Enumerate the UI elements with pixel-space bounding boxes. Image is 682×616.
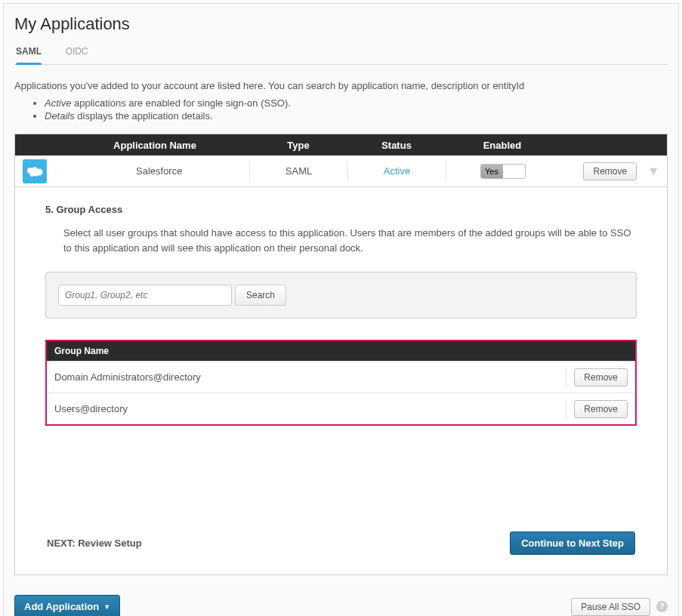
caret-down-icon: ▼	[103, 603, 110, 611]
toggle-yes: Yes	[481, 165, 503, 178]
applications-header: Application Name Type Status Enabled	[15, 134, 667, 156]
bullet-details-rest: displays the application details.	[75, 110, 213, 122]
tab-oidc[interactable]: OIDC	[64, 42, 90, 64]
intro-bullets: Active applications are enabled for sing…	[14, 97, 668, 122]
group-name: Domain Administrators@directory	[54, 371, 201, 383]
bullet-details-em: Details	[45, 110, 75, 122]
col-header-status: Status	[347, 140, 446, 151]
remove-group-button[interactable]: Remove	[574, 368, 628, 387]
step-panel: 5. Group Access Select all user groups t…	[15, 187, 667, 574]
group-name: Users@directory	[54, 403, 128, 414]
bullet-active-rest: applications are enabled for single sign…	[71, 97, 291, 109]
intro-text: Applications you've added to your accoun…	[14, 80, 668, 91]
add-application-button[interactable]: Add Application ▼	[14, 595, 120, 616]
add-application-label: Add Application	[24, 601, 99, 612]
enabled-toggle[interactable]: Yes	[480, 164, 526, 179]
pause-all-sso-button[interactable]: Pause All SSO	[571, 598, 650, 616]
col-header-enabled: Enabled	[446, 140, 559, 151]
expand-row-icon[interactable]: ▼	[647, 165, 659, 178]
remove-app-button[interactable]: Remove	[583, 162, 637, 180]
group-table: Group Name Domain Administrators@directo…	[45, 340, 637, 426]
next-row: NEXT: Review Setup Continue to Next Step	[45, 531, 637, 555]
tabs: SAML OIDC	[14, 42, 668, 65]
page-container: My Applications SAML OIDC Applications y…	[3, 3, 679, 616]
app-status[interactable]: Active	[384, 165, 410, 177]
group-search-input[interactable]	[58, 285, 232, 306]
help-icon[interactable]: ?	[656, 601, 668, 612]
bullet-active-em: Active	[45, 97, 71, 109]
app-name: Salesforce	[60, 165, 249, 177]
app-type: SAML	[249, 162, 347, 180]
group-search-button[interactable]: Search	[235, 285, 286, 306]
col-header-name: Application Name	[60, 140, 249, 151]
group-row: Domain Administrators@directory Remove	[47, 361, 635, 393]
salesforce-icon	[23, 159, 47, 183]
continue-button[interactable]: Continue to Next Step	[510, 531, 635, 555]
remove-group-button[interactable]: Remove	[574, 400, 628, 418]
bullet-details: Details displays the application details…	[45, 110, 668, 122]
step-heading: 5. Group Access	[45, 204, 637, 215]
footer: Add Application ▼ Pause All SSO ?	[14, 595, 668, 616]
group-search-panel: Search	[45, 272, 637, 319]
page-title: My Applications	[14, 14, 668, 34]
step-description: Select all user groups that should have …	[63, 226, 637, 255]
group-table-header: Group Name	[47, 341, 635, 361]
col-header-type: Type	[249, 140, 347, 151]
application-row[interactable]: Salesforce SAML Active Yes Remove ▼	[15, 156, 667, 187]
bullet-active: Active applications are enabled for sing…	[45, 97, 668, 109]
group-row: Users@directory Remove	[47, 393, 635, 424]
next-label: NEXT: Review Setup	[47, 537, 142, 549]
tab-saml[interactable]: SAML	[14, 42, 43, 64]
applications-panel: Application Name Type Status Enabled Sal…	[14, 134, 668, 575]
